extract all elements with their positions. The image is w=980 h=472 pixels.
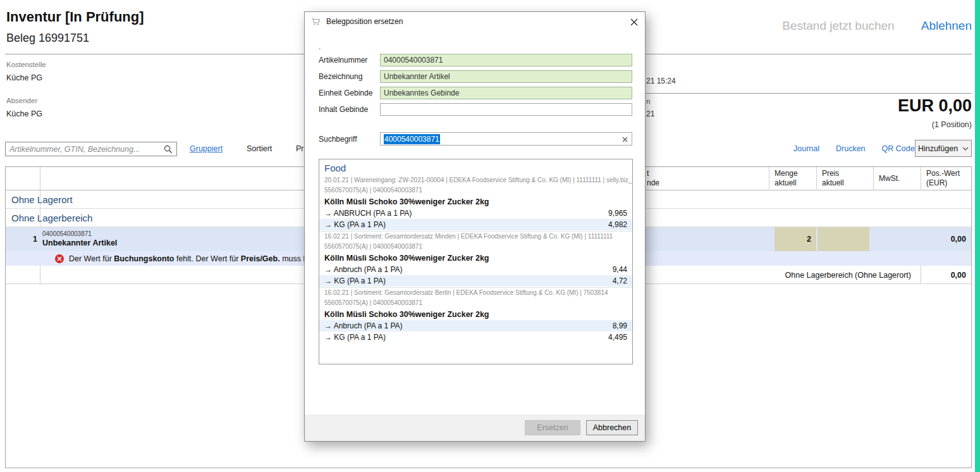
kostenstelle-label: Kostenstelle: [6, 61, 46, 68]
selected-search-text: 4000540003871: [384, 134, 440, 144]
result-entry: 20.01.21 | Wareneingang: ZW-2021-00004 |…: [319, 175, 632, 232]
entry-article-name: Kölln Müsli Schoko 30%weniger Zucker 2kg: [319, 252, 632, 264]
einheit-gebinde-field-row: Einheit Gebinde Unbekanntes Gebinde: [319, 87, 632, 99]
journal-link[interactable]: Journal: [793, 144, 819, 153]
hinzufuegen-button[interactable]: Hinzufügen: [915, 140, 972, 157]
position-count: (1 Position): [932, 120, 972, 129]
drucken-link[interactable]: Drucken: [836, 144, 866, 153]
toolbar-fragment: Pr: [296, 144, 304, 153]
column-header-poswert: Pos.-Wert(EUR): [921, 167, 972, 190]
inhalt-gebinde-field-row: Inhalt Gebinde: [319, 103, 632, 116]
einheit-gebinde-input[interactable]: Unbekanntes Gebinde: [380, 87, 632, 99]
error-icon: [55, 254, 64, 263]
header-actions: Bestand jetzt buchen Ablehnen: [782, 19, 972, 33]
search-input[interactable]: Artikelnummer, GTIN, Bezeichnung...: [5, 142, 177, 156]
summary-label: Ohne Lagerbereich (Ohne Lagerort): [785, 271, 911, 280]
belegposition-ersetzen-dialog: Belegposition ersetzen . Artikelnummer 0…: [304, 11, 646, 442]
search-icon: [164, 145, 173, 154]
gruppiert-link[interactable]: Gruppiert: [190, 144, 223, 153]
unit-option[interactable]: → Anbruch (PA a 1 PA)8,99: [319, 320, 632, 332]
group-lagerort-label: Ohne Lagerort: [11, 194, 73, 205]
stray-dot: .: [319, 42, 321, 51]
bestand-buchen-button: Bestand jetzt buchen: [782, 19, 894, 33]
beleg-number: Beleg 16991751: [6, 32, 89, 45]
entry-article-name: Kölln Müsli Schoko 30%weniger Zucker 2kg: [319, 196, 632, 208]
unit-option[interactable]: → KG (PA a 1 PA)4,72: [319, 275, 632, 287]
kostenstelle-value: Küche PG: [6, 73, 42, 82]
entry-meta: 5560570075(A) | 04000540003871: [319, 242, 632, 252]
unit-option[interactable]: → KG (PA a 1 PA)4,982: [319, 219, 632, 230]
search-placeholder: Artikelnummer, GTIN, Bezeichnung...: [9, 145, 164, 154]
window-accent-bar: [975, 0, 980, 472]
article-name: Unbekannter Artikel: [42, 239, 117, 247]
entry-meta: 5560570075(A) | 04000540003871: [319, 298, 632, 308]
absender-label: Absender: [6, 97, 37, 104]
sortiert-link[interactable]: Sortiert: [247, 144, 272, 153]
hidden-column-fragment: t nde: [647, 169, 659, 188]
document-links: Journal Drucken QR Code: [793, 144, 915, 153]
bezeichnung-label: Bezeichnung: [319, 72, 380, 81]
unit-option[interactable]: → Anbruch (PA a 1 PA)9,44: [319, 264, 632, 275]
entry-article-name: Kölln Müsli Schoko 30%weniger Zucker 2kg: [319, 308, 632, 320]
entry-meta: 5560570075(A) | 04000540003871: [319, 185, 632, 196]
pos-wert-cell: 0,00: [951, 227, 966, 251]
page-title: Inventur [In Prüfung]: [6, 9, 144, 25]
entry-meta: 16.02.21 | Sortiment: Gesamtordersatz Be…: [319, 288, 632, 298]
group-lagerbereich-label: Ohne Lagerbereich: [11, 213, 92, 223]
chevron-down-icon: [962, 147, 969, 151]
right-panel-divider: [646, 93, 972, 94]
unit-option[interactable]: → KG (PA a 1 PA)4,495: [319, 332, 632, 343]
column-header-menge: Mengeaktuell: [769, 167, 816, 190]
unit-option[interactable]: → ANBRUCH (PA a 1 PA)9,965: [319, 208, 632, 219]
artikelnummer-label: Artikelnummer: [319, 56, 380, 65]
close-icon[interactable]: [629, 17, 639, 27]
summary-column-separator: [921, 266, 921, 284]
result-category: Food: [319, 159, 632, 175]
error-message: Der Wert für Buchungskonto fehlt. Der We…: [69, 254, 325, 263]
dialog-footer: Ersetzen Abbrechen: [305, 414, 645, 441]
total-amount: EUR 0,00: [898, 96, 972, 116]
suchbegriff-input[interactable]: 4000540003871: [380, 132, 632, 146]
suchbegriff-field-row: Suchbegriff 4000540003871: [319, 132, 632, 146]
ablehnen-button[interactable]: Ablehnen: [921, 19, 972, 33]
cart-icon: [311, 18, 321, 26]
article-number: 04000540003871: [42, 230, 92, 237]
absender-value: Küche PG: [6, 109, 42, 118]
column-header-preis: Preisaktuell: [816, 167, 873, 190]
dialog-titlebar[interactable]: Belegposition ersetzen: [305, 12, 645, 31]
bezeichnung-input[interactable]: Unbekannter Artikel: [380, 70, 632, 83]
artikelnummer-input[interactable]: 04000540003871: [380, 54, 632, 66]
preis-aktuell-cell[interactable]: [818, 227, 869, 251]
hinzufuegen-label: Hinzufügen: [918, 144, 958, 153]
clear-search-icon[interactable]: [622, 135, 628, 144]
entry-meta: 16.02.21 | Sortiment: Gesamtordersatz Mi…: [319, 232, 632, 242]
entry-meta: 20.01.21 | Wareneingang: ZW-2021-00004 |…: [319, 175, 632, 185]
result-entry: 16.02.21 | Sortiment: Gesamtordersatz Be…: [319, 288, 632, 344]
date-fragment: 21: [646, 109, 654, 118]
search-results-list[interactable]: Food 20.01.21 | Wareneingang: ZW-2021-00…: [319, 159, 633, 364]
row-number: 1: [6, 227, 37, 251]
ersetzen-button[interactable]: Ersetzen: [525, 420, 580, 435]
inhalt-gebinde-input[interactable]: [380, 103, 632, 116]
menge-aktuell-cell[interactable]: 2: [775, 227, 816, 251]
bezeichnung-field-row: Bezeichnung Unbekannter Artikel: [319, 70, 632, 83]
result-entry: 16.02.21 | Sortiment: Gesamtordersatz Mi…: [319, 232, 632, 288]
inhalt-gebinde-label: Inhalt Gebinde: [319, 105, 380, 114]
timestamp-fragment: 21 15:24: [646, 77, 676, 85]
summary-value: 0,00: [951, 271, 966, 280]
dialog-title: Belegposition ersetzen: [326, 17, 403, 26]
column-header-mwst: MwSt.: [873, 167, 921, 190]
suchbegriff-label: Suchbegriff: [319, 135, 380, 144]
einheit-gebinde-label: Einheit Gebinde: [319, 89, 380, 97]
abbrechen-button[interactable]: Abbrechen: [586, 420, 638, 435]
qr-code-link[interactable]: QR Code: [882, 144, 915, 153]
label-fragment: n: [646, 97, 650, 105]
inventur-page: Inventur [In Prüfung] Beleg 16991751 Bes…: [0, 0, 980, 472]
artikelnummer-field-row: Artikelnummer 04000540003871: [319, 54, 632, 66]
